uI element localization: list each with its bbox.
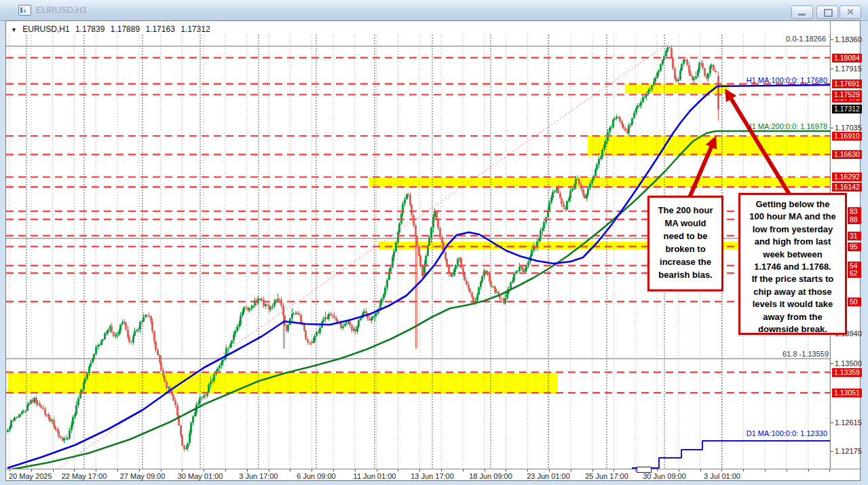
time-tick-mark [355,469,356,471]
time-tick-mark [74,469,75,471]
ma-100-h1-label: H1 MA:100:0:0: 1.17680 [747,76,827,84]
price-tick-mark [831,363,833,364]
time-tick-mark [614,469,614,471]
price-level-badge: 1.16292 [832,173,862,181]
fib-0-label: 0.0-1.18266 [786,35,826,43]
time-tick-mark [398,469,398,471]
price-level-badge: 1.16910 [832,132,862,141]
time-tick-mark [721,469,722,471]
time-tick-mark [419,469,420,471]
price-tick-mark [831,451,833,452]
chart-widget: ▼ EURUSD,H1 1.17839 1.17889 1.17163 1.17… [5,20,861,481]
time-tick-mark [333,469,334,471]
time-tick-mark [31,469,32,471]
fib-61-8-label: 61.8 -1.13559 [782,350,829,358]
price-level-badge-partial: 95 [848,242,861,251]
header-symbol: EURUSD,H1 [22,24,69,34]
time-tick-label: 11 Jun 01:00 [354,472,396,480]
close-button[interactable]: ✕ [839,5,861,19]
price-tick-label: 1.12615 [835,418,862,427]
price-level-badge: 1.16142 [832,183,862,192]
time-tick-mark [485,469,485,471]
highlight-zone[interactable] [7,373,557,393]
price-tick-label: 1.17915 [835,65,862,73]
current-price-badge: 1.17312 [832,105,862,113]
price-level-badge: 1.18084 [832,54,862,62]
time-tick-mark [743,469,744,471]
price-tick-mark [831,69,833,69]
time-axis[interactable]: 20 May 202522 May 17:0027 May 09:0030 Ma… [6,469,860,482]
time-tick-mark [635,469,636,471]
time-tick-label: 18 Jun 09:00 [469,472,512,480]
price-level-badge-partial: 31 [848,232,861,240]
time-tick-mark [225,469,226,471]
time-tick-mark [117,469,118,471]
price-level-badge-partial: 62 [848,269,861,278]
time-tick-mark [829,469,830,471]
time-tick-label: 23 Jun 01:00 [527,472,570,480]
price-tick-mark [831,39,833,40]
ma-d1-line[interactable] [632,441,830,468]
price-level-badge: 1.17691 [832,79,862,88]
window-title: EURUSD,H1 [36,5,87,15]
chart-window-icon [18,5,31,16]
time-tick-label: 13 Jun 17:00 [411,472,454,480]
price-level-badge-partial: 88 [848,215,861,224]
expander-arrow-icon[interactable]: ▼ [11,26,17,33]
time-tick-mark [592,469,593,471]
price-level-badge: 1.13051 [832,389,862,397]
time-tick-mark [571,469,571,471]
restore-button[interactable] [816,5,838,19]
time-tick-label: 20 May 2025 [9,472,52,480]
time-tick-mark [787,469,787,471]
time-tick-label: 22 May 17:00 [62,472,107,480]
price-tick-label: 1.12175 [835,447,862,455]
title-bar: EURUSD,H1 ✕ [0,0,868,21]
time-axis-object-marker [637,467,652,473]
time-tick-label: 30 Jun 09:00 [643,472,686,480]
annotation-text-2: Getting below the 100 hour MA and the lo… [749,199,835,334]
price-level-badge: 1.16630 [832,150,862,159]
price-tick-label: 1.18360 [835,35,862,43]
minimize-button[interactable] [791,5,813,19]
price-level-badge: 1.13359 [832,368,862,377]
price-tick-label: 1.17035 [835,124,862,132]
ma-100-d1-label: D1 MA:100:0:0: 1.12330 [747,429,827,437]
time-tick-label: 6 Jun 09:00 [297,472,336,480]
highlight-zone[interactable] [369,177,830,187]
time-tick-label: 25 Jun 17:00 [585,472,628,480]
time-tick-mark [808,469,809,471]
ohlc-header: ▼ EURUSD,H1 1.17839 1.17889 1.17163 1.17… [11,24,214,34]
time-tick-mark [506,469,506,471]
time-tick-mark [269,469,269,471]
time-tick-mark [679,469,679,471]
annotation-box-200ma[interactable]: The 200 hour MA would need to be broken … [647,196,723,291]
price-tick-label: 1.13500 [835,359,862,367]
time-tick-mark [527,469,528,471]
price-tick-mark [831,128,833,128]
header-open: 1.17839 [75,24,105,34]
time-tick-mark [377,469,377,471]
price-level-badge: 1.17529 [832,90,862,99]
time-tick-mark [139,469,140,471]
header-low: 1.17163 [145,24,174,34]
price-tick-mark [831,423,833,423]
time-tick-label: 27 May 09:00 [120,472,166,480]
restore-icon [824,9,833,17]
time-tick-mark [549,469,550,471]
time-tick-mark [312,469,312,471]
highlight-zone[interactable] [588,136,830,156]
time-tick-mark [463,469,464,471]
annotation-box-100ma[interactable]: Getting below the 100 hour MA and the lo… [738,193,847,335]
time-tick-label: 3 Jun 17:00 [239,472,278,480]
time-tick-mark [53,469,54,471]
minimize-icon [798,14,806,16]
time-tick-mark [247,469,248,471]
time-tick-mark [441,469,442,471]
price-level-badge-partial: 50 [848,298,861,306]
time-tick-label: 30 May 01:00 [178,472,223,480]
time-tick-mark [161,469,162,471]
time-tick-mark [182,469,183,471]
time-tick-mark [204,469,204,471]
time-tick-mark [765,469,766,471]
